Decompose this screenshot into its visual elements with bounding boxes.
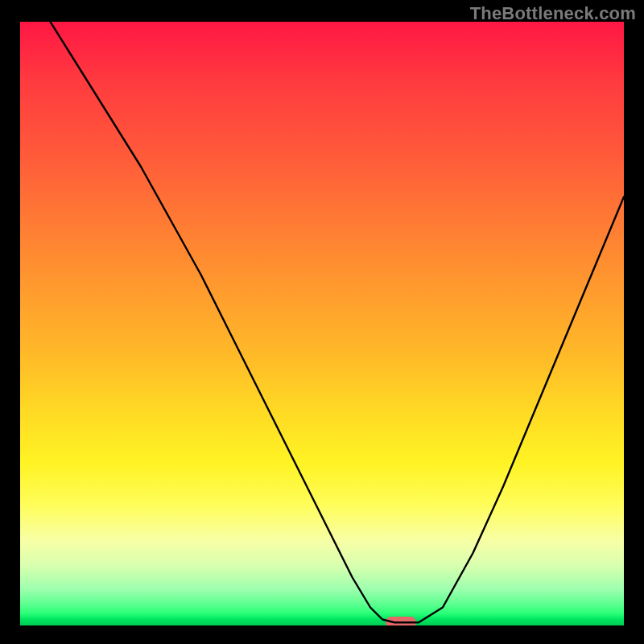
bottleneck-curve — [20, 22, 624, 625]
watermark-text: TheBottleneck.com — [470, 3, 636, 24]
chart-frame: TheBottleneck.com — [0, 0, 644, 644]
gradient-plot-area — [20, 22, 624, 625]
